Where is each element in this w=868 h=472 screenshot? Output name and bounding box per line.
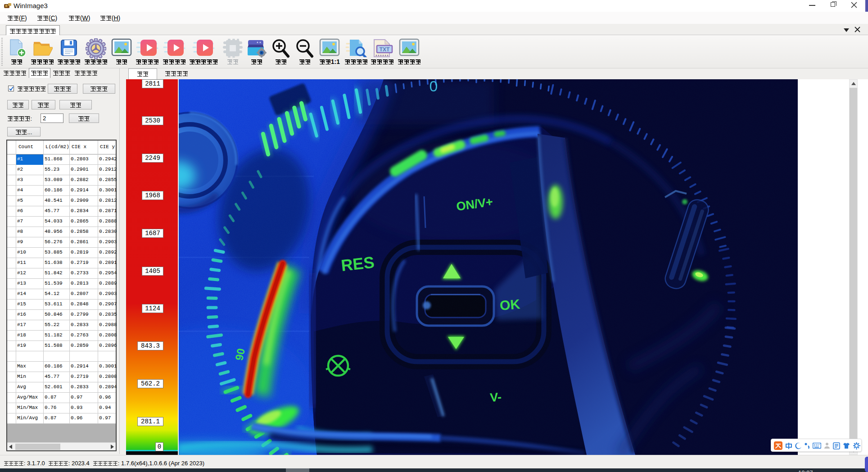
svg-text:TXT: TXT [380,46,390,53]
